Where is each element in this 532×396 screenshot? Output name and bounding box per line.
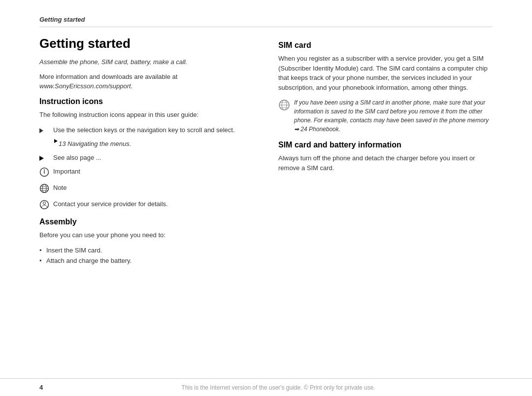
instruction-description: The following instruction icons appear i… [39, 110, 254, 120]
sim-description: When you register as a subscriber with a… [278, 54, 493, 92]
assembly-bullet-list: Insert the SIM card. Attach and charge t… [39, 246, 254, 266]
svg-point-2 [44, 169, 45, 170]
see-also-text: See also page ... [53, 153, 101, 163]
filled-arrow-icon [39, 153, 53, 164]
note-text: Note [53, 183, 66, 193]
inline-arrow-icon [54, 139, 58, 143]
contact-text: Contact your service provider for detail… [53, 199, 168, 209]
right-column: SIM card When you register as a subscrib… [278, 36, 493, 363]
page-footer: 4 This is the Internet version of the us… [0, 378, 532, 396]
list-item: See also page ... [39, 153, 254, 164]
arrow-right-icon [39, 126, 53, 136]
nav-menus-text: 13 Navigating the menus. [59, 139, 131, 149]
list-item: Insert the SIM card. [39, 246, 254, 256]
list-item: Note [39, 183, 254, 196]
section-heading-sim: SIM card [278, 41, 493, 50]
header-title: Getting started [39, 16, 85, 23]
note-icon [39, 183, 53, 196]
page: Getting started Getting started Assemble… [0, 0, 532, 396]
page-title: Getting started [39, 36, 254, 51]
sim-note-block: If you have been using a SIM card in ano… [278, 98, 493, 134]
list-item: Use the selection keys or the navigation… [39, 125, 254, 136]
assembly-description: Before you can use your phone you need t… [39, 230, 254, 240]
sim-battery-description: Always turn off the phone and detach the… [278, 153, 493, 173]
subtitle-text: Assemble the phone, SIM card, battery, m… [39, 57, 254, 67]
section-heading-instruction: Instruction icons [39, 97, 254, 106]
footer-disclaimer: This is the Internet version of the user… [64, 384, 493, 391]
important-text: Important [53, 167, 80, 177]
intro-text: More information and downloads are avail… [39, 72, 254, 91]
instruction-icon-list: Use the selection keys or the navigation… [39, 125, 254, 213]
left-column: Getting started Assemble the phone, SIM … [39, 36, 254, 363]
svg-point-9 [43, 202, 46, 204]
contact-icon [39, 200, 53, 213]
section-heading-assembly: Assembly [39, 217, 254, 226]
sim-note-text: If you have been using a SIM card in ano… [294, 98, 493, 134]
list-item: Important [39, 167, 254, 180]
page-number: 4 [39, 384, 49, 391]
important-icon [39, 167, 53, 180]
icon-item-text: Use the selection keys or the navigation… [53, 125, 235, 135]
list-item: Contact your service provider for detail… [39, 199, 254, 213]
section-heading-sim-battery: SIM card and battery information [278, 141, 493, 149]
sim-note-icon [278, 99, 290, 113]
list-item: Attach and charge the battery. [39, 256, 254, 266]
page-header: Getting started [39, 15, 493, 27]
list-item-subtext: 13 Navigating the menus. [39, 139, 254, 149]
